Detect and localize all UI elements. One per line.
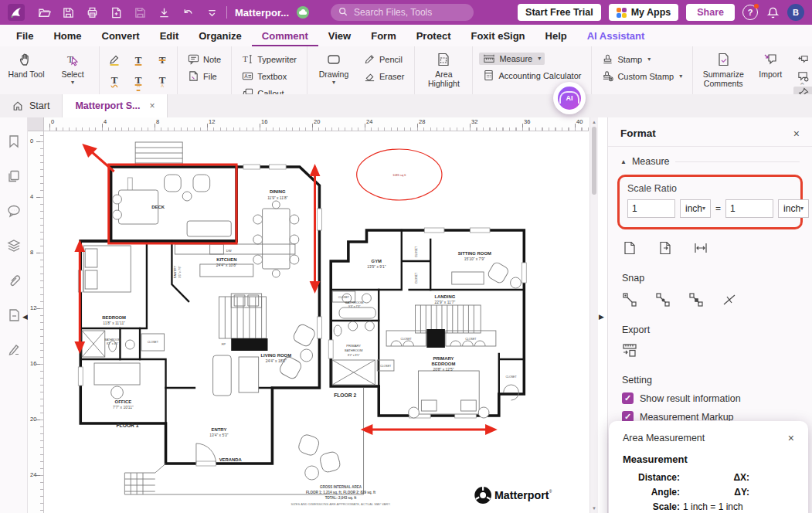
ribbon-collapse-icon[interactable]: ⌃ — [799, 81, 806, 91]
sidebar-collapse-icon[interactable]: ◀ — [22, 313, 28, 321]
scale-to-input[interactable] — [725, 199, 773, 218]
foxit-app-logo-icon[interactable] — [8, 4, 25, 21]
panel-collapse-icon[interactable]: ▶ — [599, 313, 604, 321]
search-input[interactable] — [352, 6, 456, 19]
annotation-arrow-upleft[interactable] — [82, 144, 114, 172]
pencil-button[interactable]: Pencil — [360, 53, 408, 66]
undo-icon[interactable] — [181, 5, 195, 19]
menu-foxit-esign[interactable]: Foxit eSign — [460, 25, 535, 46]
select-tool-button[interactable]: T Select ▾ — [53, 46, 93, 86]
menu-home[interactable]: Home — [43, 25, 91, 46]
save-as-icon[interactable] — [61, 5, 75, 19]
chevron-down-icon[interactable] — [205, 5, 219, 19]
menu-convert[interactable]: Convert — [92, 25, 150, 46]
create-pdf-icon[interactable] — [109, 5, 123, 19]
textbox-button[interactable]: A Textbox — [238, 70, 290, 83]
tab-start[interactable]: Start — [0, 94, 63, 117]
snap-endpoint-icon[interactable] — [622, 292, 637, 311]
menu-file[interactable]: File — [6, 25, 43, 46]
menu-form[interactable]: Form — [361, 25, 406, 46]
menu-organize[interactable]: Organize — [189, 25, 252, 46]
open-file-icon[interactable] — [37, 5, 51, 19]
format-panel-close-icon[interactable]: × — [793, 128, 800, 139]
typewriter-icon: T — [242, 53, 253, 65]
tab-document[interactable]: Matterport S... × — [63, 94, 168, 117]
menu-protect[interactable]: Protect — [406, 25, 461, 46]
menu-ai-assistant[interactable]: AI Assistant — [577, 25, 655, 46]
vertical-ruler[interactable]: 04812162024 — [28, 131, 44, 513]
scale-to-unit-select[interactable]: inch▾ — [778, 199, 809, 218]
area-highlight-button[interactable]: Area Highlight — [421, 46, 466, 89]
area-measurement-close-icon[interactable]: × — [788, 433, 794, 443]
snap-nearest-icon[interactable] — [688, 292, 704, 311]
accounting-calculator-button[interactable]: Accounting Calculator — [479, 69, 585, 82]
custom-stamp-button[interactable]: Custom Stamp▾ — [598, 70, 686, 83]
comments-list-icon[interactable] — [7, 204, 21, 218]
horizontal-ruler[interactable]: 0481216202428323640 — [44, 117, 589, 131]
search-box[interactable] — [331, 4, 474, 21]
tab-close-icon[interactable]: × — [149, 100, 155, 111]
file-attachment-button[interactable]: File — [184, 70, 221, 83]
room-label-landing: LANDING — [434, 294, 455, 299]
page-thumbnails-icon[interactable] — [7, 169, 21, 183]
export-measurement-icon[interactable] — [622, 342, 637, 361]
annotation-arrow-horizontal-bottom[interactable] — [361, 424, 498, 435]
eraser-button[interactable]: Eraser — [360, 70, 408, 83]
menu-comment[interactable]: Comment — [252, 25, 318, 46]
scroll-down-icon[interactable]: ▼ — [590, 506, 598, 511]
drawing-button[interactable]: Drawing ▾ — [314, 46, 354, 86]
bookmarks-icon[interactable] — [7, 134, 21, 148]
highlight-tool-icon[interactable] — [106, 54, 123, 69]
menu-help[interactable]: Help — [535, 25, 577, 46]
strikeout-tool-icon[interactable]: T — [154, 54, 171, 66]
snap-intersection-icon[interactable] — [722, 292, 737, 311]
scrollbar-thumb[interactable] — [592, 127, 596, 195]
import-comments-button[interactable]: Import — [753, 46, 787, 79]
digital-signatures-icon[interactable] — [7, 343, 21, 357]
export-comments-button[interactable]: Export▾ — [793, 53, 812, 66]
menu-edit[interactable]: Edit — [150, 25, 189, 46]
notifications-bell-icon[interactable] — [766, 5, 780, 19]
annotation-area-ellipse[interactable]: 1085 sq ft — [357, 149, 442, 200]
user-avatar[interactable]: B — [787, 4, 804, 21]
textbox-icon: A — [242, 70, 253, 82]
floor1-entry-door — [196, 443, 216, 464]
download-icon[interactable] — [157, 5, 171, 19]
title-bar: Matterpor... Start Free Trial My Apps Sh… — [0, 0, 812, 25]
stamp-button[interactable]: Stamp▾ — [598, 53, 654, 66]
ai-assistant-button[interactable]: AI — [553, 82, 586, 114]
apply-to-page-icon[interactable] — [657, 240, 673, 259]
print-icon[interactable] — [85, 5, 99, 19]
replace-text-tool-icon[interactable]: T^ — [154, 74, 171, 88]
room-label-closet2e: CLOSET — [465, 338, 477, 341]
pdf-page[interactable]: DECK DINING 11'9" x 11'8" KITCHEN 24'4" … — [44, 131, 589, 513]
calibrate-page-icon[interactable] — [622, 240, 637, 259]
scale-from-input[interactable] — [627, 199, 675, 218]
menu-view[interactable]: View — [318, 25, 361, 46]
summarize-comments-button[interactable]: Summarize Comments — [699, 46, 747, 89]
underline-tool-icon[interactable]: T — [130, 54, 147, 66]
note-button[interactable]: Note — [184, 53, 225, 66]
layers-icon[interactable] — [7, 239, 21, 253]
save-icon[interactable] — [133, 5, 147, 19]
share-button[interactable]: Share — [686, 4, 735, 21]
help-icon[interactable]: ? — [742, 5, 758, 20]
scale-from-unit-select[interactable]: inch▾ — [680, 199, 711, 218]
checkbox-show-result-information[interactable]: ✓ Show result information — [622, 392, 812, 404]
hand-tool-button[interactable]: Hand Tool — [6, 46, 46, 79]
measurement-section-title: Measurement — [623, 454, 794, 465]
room-label-gym: GYM — [372, 259, 382, 263]
measure-button[interactable]: Measure▾ — [479, 53, 545, 65]
my-apps-button[interactable]: My Apps — [609, 4, 679, 21]
measure-section-header[interactable]: ▲ Measure — [620, 156, 800, 167]
snap-midpoint-icon[interactable] — [655, 292, 671, 311]
destinations-icon[interactable] — [7, 308, 21, 322]
vertical-scrollbar[interactable]: ▲ ▼ — [589, 117, 598, 513]
scroll-up-icon[interactable]: ▲ — [590, 120, 598, 124]
start-free-trial-button[interactable]: Start Free Trial — [518, 4, 601, 21]
attachments-icon[interactable] — [7, 273, 21, 287]
squiggly-tool-icon[interactable]: T — [106, 74, 123, 86]
insert-text-tool-icon[interactable]: T^ — [130, 74, 147, 88]
typewriter-button[interactable]: T Typewriter — [238, 53, 301, 66]
measure-width-icon[interactable] — [693, 240, 708, 259]
